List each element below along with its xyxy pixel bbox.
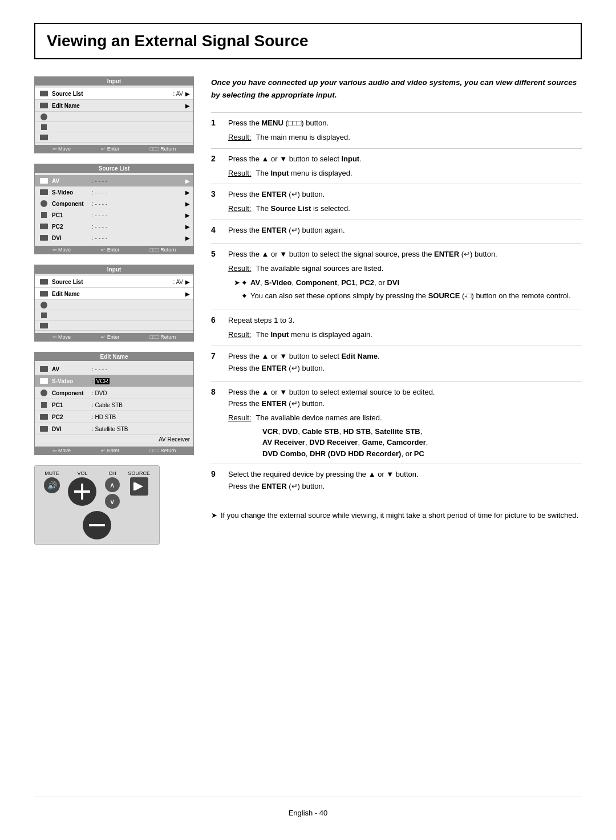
steps-container: 1 Press the MENU (□□□) button. Result: T… xyxy=(211,112,582,797)
source-arrow: ▶ xyxy=(185,235,190,241)
list-item: You can also set these options simply by… xyxy=(242,290,571,302)
menu-item-empty xyxy=(35,132,193,143)
list-item: AV, S-Video, Component, PC1, PC2, or DVI xyxy=(242,277,571,289)
footer-return: □□□ Return xyxy=(150,247,176,253)
vol-section: VOL xyxy=(68,470,96,506)
wave-icon xyxy=(38,133,50,142)
footer-enter: ↵ Enter xyxy=(101,146,119,152)
edit-item-svideo: S-Video : VCR xyxy=(35,375,193,387)
menu-arrow: ▶ xyxy=(185,91,190,97)
edit-source-value: : - - - - xyxy=(92,366,107,372)
step-instruction: Press the ENTER (↵) button. xyxy=(228,189,582,201)
ch-down-button[interactable]: ∨ xyxy=(105,494,120,509)
source-button[interactable] xyxy=(130,477,148,496)
vol-minus-button[interactable] xyxy=(83,511,111,539)
screen3-title: Input xyxy=(35,265,193,274)
menu-arrow: ▶ xyxy=(185,279,190,285)
screen2-footer: ⇦ Move ↵ Enter □□□ Return xyxy=(35,246,193,254)
circle-icon xyxy=(38,112,50,121)
screen4: Edit Name AV : - - - - S-Video : VCR xyxy=(34,352,194,455)
step-content: Press the MENU (□□□) button. Result: The… xyxy=(228,117,582,144)
left-panel: Input Source List : AV ▶ Edit Name ▶ xyxy=(34,76,194,797)
source-arrow: ▶ xyxy=(185,178,190,184)
svg-rect-1 xyxy=(133,482,135,490)
source-name: Component xyxy=(52,201,92,207)
result-text: The Source List is selected. xyxy=(256,203,350,215)
edit-source-name: DVI xyxy=(52,426,92,432)
device-list: VCR, DVD, Cable STB, HD STB, Satellite S… xyxy=(262,426,582,460)
edit-source-name: Component xyxy=(52,390,92,396)
source-label: SOURCE xyxy=(128,470,150,476)
wave-icon xyxy=(38,222,50,231)
screen3-footer: ⇦ Move ↵ Enter □□□ Return xyxy=(35,333,193,341)
edit-source-name: PC2 xyxy=(52,414,92,420)
footer: English - 40 xyxy=(34,797,582,817)
source-item-pc2: PC2 : - - - - ▶ xyxy=(35,221,193,232)
source-dots: : - - - - xyxy=(92,178,185,184)
speaker-icon xyxy=(38,311,50,320)
edit-item-av: AV : - - - - xyxy=(35,363,193,375)
step-instruction: Press the MENU (□□□) button. xyxy=(228,117,582,129)
result-label: Result: xyxy=(228,263,251,275)
screen4-title: Edit Name xyxy=(35,352,193,361)
edit-item-component: Component : DVD xyxy=(35,387,193,399)
minus-bar xyxy=(89,524,105,526)
source-dots: : - - - - xyxy=(92,224,185,230)
note-sources: ➤ AV, S-Video, Component, PC1, PC2, or D… xyxy=(234,277,582,303)
step-1: 1 Press the MENU (□□□) button. Result: T… xyxy=(211,112,582,148)
step-instruction: Press the ▲ or ▼ button to select Input. xyxy=(228,153,582,165)
step-number: 9 xyxy=(211,469,228,478)
edit-source-value: : Satellite STB xyxy=(92,426,128,432)
step-content: Repeat steps 1 to 3. Result: The Input m… xyxy=(228,315,582,341)
monitor-icon xyxy=(38,424,50,433)
step-9: 9 Select the required device by pressing… xyxy=(211,464,582,500)
remote-top-row: MUTE 🔊 VOL CH xyxy=(44,470,150,509)
step-6: 6 Repeat steps 1 to 3. Result: The Input… xyxy=(211,310,582,346)
speaker-icon xyxy=(38,123,50,132)
step-number: 4 xyxy=(211,225,228,234)
step-instruction: Select the required device by pressing t… xyxy=(228,469,582,493)
source-name: S-Video xyxy=(52,189,92,196)
tv-icon xyxy=(38,89,50,98)
footer-move: ⇦ Move xyxy=(52,334,71,340)
result-line: Result: The Input menu is displayed agai… xyxy=(228,329,582,341)
step-number: 2 xyxy=(211,153,228,163)
step-content: Select the required device by pressing t… xyxy=(228,469,582,495)
result-label: Result: xyxy=(228,412,251,424)
step-8: 8 Press the ▲ or ▼ button to select exte… xyxy=(211,382,582,464)
result-line: Result: The available signal sources are… xyxy=(228,263,582,275)
source-dots: : - - - - xyxy=(92,201,185,207)
title-box: Viewing an External Signal Source xyxy=(34,23,582,59)
edit-item-extra: AV Receiver xyxy=(35,435,193,444)
ch-up-button[interactable]: ∧ xyxy=(105,477,120,492)
menu-label: Source List xyxy=(52,91,173,97)
mute-button[interactable]: 🔊 xyxy=(44,477,60,493)
menu-item-editname: Edit Name ▶ xyxy=(35,288,193,300)
step-number: 7 xyxy=(211,351,228,360)
menu-item-empty xyxy=(35,112,193,122)
step-2: 2 Press the ▲ or ▼ button to select Inpu… xyxy=(211,148,582,184)
menu-item-empty xyxy=(35,320,193,331)
page: Viewing an External Signal Source Input … xyxy=(0,0,616,840)
step-instruction: Repeat steps 1 to 3. xyxy=(228,315,582,327)
menu-arrow: ▶ xyxy=(185,291,190,297)
step-3: 3 Press the ENTER (↵) button. Result: Th… xyxy=(211,184,582,220)
step-7: 7 Press the ▲ or ▼ button to select Edit… xyxy=(211,346,582,382)
vol-plus-button[interactable] xyxy=(68,477,96,506)
step-instruction: Press the ENTER (↵) button again. xyxy=(228,225,582,237)
footer-enter: ↵ Enter xyxy=(101,334,119,340)
footer-return: □□□ Return xyxy=(150,146,176,152)
vol-label: VOL xyxy=(77,470,87,476)
source-item-av: AV : - - - - ▶ xyxy=(35,175,193,186)
edit-source-name: AV xyxy=(52,366,92,372)
bottom-note: ➤ If you change the external source whil… xyxy=(211,506,582,520)
result-label: Result: xyxy=(228,168,251,180)
source-item-component: Component : - - - - ▶ xyxy=(35,198,193,209)
tv-icon xyxy=(38,277,50,286)
edit-extra-value: AV Receiver xyxy=(159,436,190,443)
edit-item-dvi: DVI : Satellite STB xyxy=(35,423,193,435)
step-content: Press the ▲ or ▼ button to select extern… xyxy=(228,387,582,460)
tv-icon xyxy=(38,188,50,197)
speaker-icon xyxy=(38,210,50,220)
source-name: DVI xyxy=(52,235,92,241)
